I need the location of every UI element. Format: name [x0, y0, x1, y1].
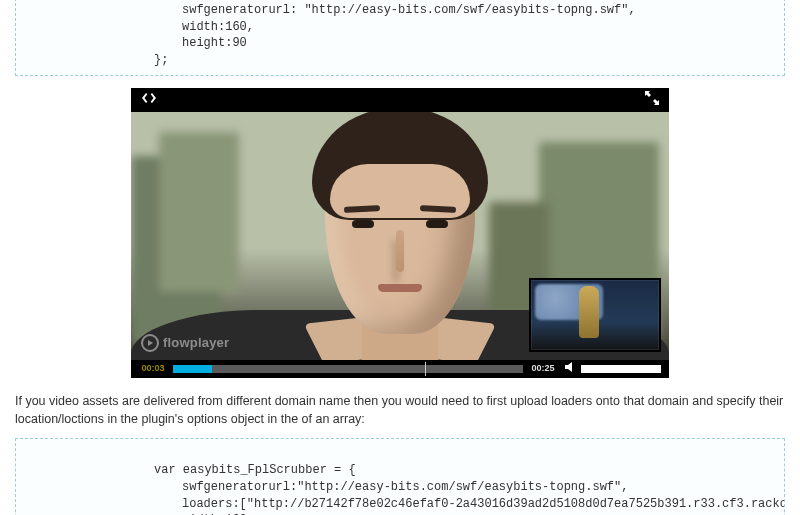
- code-line: };: [126, 53, 168, 67]
- code-line: loaders:["http://b27142f78e02c46efaf0-2a…: [126, 497, 785, 511]
- embed-icon[interactable]: [141, 92, 157, 107]
- seek-bar[interactable]: [173, 365, 523, 373]
- fullscreen-icon[interactable]: [645, 91, 659, 108]
- code-line: height:90: [126, 36, 247, 50]
- code-line: swfgeneratorurl:"http://easy-bits.com/sw…: [126, 480, 628, 494]
- seek-divider: [425, 362, 426, 376]
- code-line: width:160,: [126, 20, 254, 34]
- code-block-top: swfgeneratorurl: "http://easy-bits.com/s…: [15, 0, 785, 76]
- player-controls: 00:03 00:25: [131, 360, 669, 378]
- flowplayer-watermark: flowplayer: [141, 334, 229, 352]
- code-line: swfgeneratorurl: "http://easy-bits.com/s…: [126, 3, 636, 17]
- seek-played: [173, 365, 212, 373]
- time-total: 00:25: [525, 364, 561, 373]
- volume-icon[interactable]: [561, 361, 581, 376]
- code-line: var easybits_FplScrubber = {: [126, 463, 356, 477]
- video-player: flowplayer 00:03 00:25: [131, 88, 669, 378]
- player-top-bar: [131, 88, 669, 112]
- thumbnail-preview: [529, 278, 661, 352]
- volume-bar[interactable]: [581, 365, 661, 373]
- seek-buffered: [173, 365, 523, 373]
- watermark-text: flowplayer: [163, 335, 229, 350]
- code-block-bottom: var easybits_FplScrubber = { swfgenerato…: [15, 438, 785, 515]
- time-current: 00:03: [135, 364, 171, 373]
- paragraph-text: If you video assets are delivered from d…: [15, 392, 785, 428]
- video-viewport[interactable]: flowplayer: [131, 112, 669, 360]
